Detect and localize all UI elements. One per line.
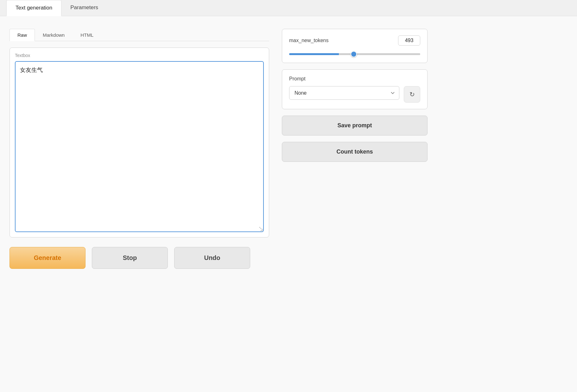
stop-button[interactable]: Stop xyxy=(92,247,168,269)
generate-button[interactable]: Generate xyxy=(10,247,86,269)
refresh-button[interactable]: ↻ xyxy=(404,86,420,103)
count-tokens-button[interactable]: Count tokens xyxy=(282,142,428,162)
textbox-container: 女友生气 ⤡ xyxy=(15,61,264,232)
tab-text-generation[interactable]: Text generation xyxy=(6,0,61,16)
prompt-inner: Prompt None xyxy=(289,76,399,100)
tab-raw[interactable]: Raw xyxy=(10,29,35,41)
token-slider[interactable] xyxy=(289,53,420,55)
refresh-icon: ↻ xyxy=(409,91,415,98)
slider-container xyxy=(289,51,420,56)
tab-html[interactable]: HTML xyxy=(73,29,101,41)
textbox-input[interactable]: 女友生气 xyxy=(20,66,259,224)
prompt-card: Prompt None ↻ xyxy=(282,69,428,109)
save-prompt-button[interactable]: Save prompt xyxy=(282,116,428,136)
token-card: max_new_tokens 493 xyxy=(282,29,428,63)
token-label: max_new_tokens xyxy=(289,38,329,43)
textbox-label: Textbox xyxy=(15,53,264,58)
tab-parameters[interactable]: Parameters xyxy=(61,0,107,16)
token-row: max_new_tokens 493 xyxy=(289,35,420,46)
bottom-buttons: Generate Stop Undo xyxy=(10,247,269,269)
tab-markdown[interactable]: Markdown xyxy=(35,29,73,41)
resize-handle: ⤡ xyxy=(259,226,262,230)
main-content: Raw Markdown HTML Textbox 女友生气 ⤡ Generat… xyxy=(0,16,577,278)
prompt-select[interactable]: None xyxy=(289,86,399,100)
token-value-box[interactable]: 493 xyxy=(398,35,420,46)
prompt-label: Prompt xyxy=(289,76,399,82)
top-tab-bar: Text generation Parameters xyxy=(0,0,577,16)
sub-tab-bar: Raw Markdown HTML xyxy=(10,29,269,41)
undo-button[interactable]: Undo xyxy=(174,247,250,269)
textbox-wrapper: Textbox 女友生气 ⤡ xyxy=(10,47,269,237)
right-panel: max_new_tokens 493 Prompt None ↻ Save pr… xyxy=(282,29,428,162)
left-panel: Raw Markdown HTML Textbox 女友生气 ⤡ Generat… xyxy=(10,29,269,269)
